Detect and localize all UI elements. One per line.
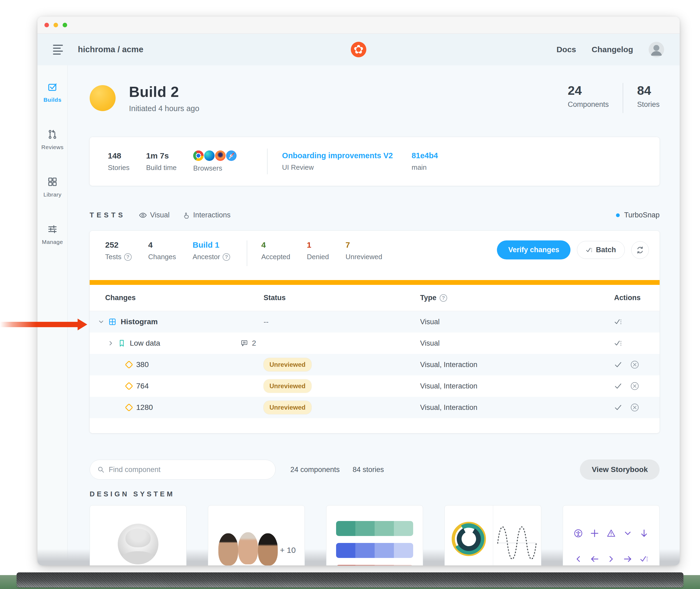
status-badge: Unreviewed <box>264 358 312 371</box>
batch-check-icon <box>586 246 593 253</box>
components-count: 24 Components <box>568 83 609 109</box>
chromatic-logo-icon[interactable] <box>351 42 366 57</box>
portrait-photo <box>118 524 158 564</box>
search-input[interactable] <box>109 465 268 474</box>
build-header: Build 2 Initiated 4 hours ago 24 Compone… <box>90 83 660 113</box>
accept-icon[interactable] <box>614 382 622 390</box>
viewport-diamond-icon <box>125 403 133 411</box>
chevron-right-icon <box>607 555 616 564</box>
review-link[interactable]: Onboarding improvements V2 <box>282 151 393 160</box>
ancestor-build-link[interactable]: Build 1 <box>193 240 231 249</box>
stories-count-text: 84 stories <box>353 465 384 474</box>
sidebar-item-reviews[interactable]: Reviews <box>41 129 64 151</box>
type-text: Visual, Interaction <box>420 403 477 411</box>
table-row-low-data[interactable]: Low data 2 Visual <box>90 333 660 354</box>
user-avatar[interactable] <box>649 42 664 57</box>
build-subtitle: Initiated 4 hours ago <box>129 104 199 113</box>
table-row-histogram[interactable]: Histogram -- Visual <box>90 311 660 333</box>
commit-link-group: 81e4b4 main <box>411 151 438 172</box>
deny-icon[interactable] <box>630 382 639 391</box>
interactions-toggle[interactable]: Interactions <box>183 211 231 219</box>
chevron-down-icon <box>623 529 632 538</box>
changelog-link[interactable]: Changelog <box>592 45 633 54</box>
row-label: 1280 <box>136 403 153 412</box>
verify-changes-button[interactable]: Verify changes <box>497 240 571 259</box>
summary-build-time: 1m 7s Build time <box>146 151 177 172</box>
teal-swatch-row <box>336 521 413 536</box>
divider <box>267 149 268 174</box>
chevron-right-icon[interactable] <box>107 340 114 347</box>
help-icon[interactable]: ? <box>124 253 132 261</box>
deny-icon[interactable] <box>630 360 639 369</box>
comment-count[interactable]: 2 <box>241 339 256 348</box>
component-card-people[interactable]: + 10 <box>208 505 305 565</box>
table-row-1280[interactable]: 1280 Unreviewed Visual, Interaction <box>90 397 660 418</box>
summary-browsers: Browsers <box>193 151 237 172</box>
tests-toolbar: TESTS Visual Interactions TurboSnap <box>90 211 660 219</box>
component-card-avatar[interactable] <box>90 505 187 565</box>
chevron-down-icon[interactable] <box>98 318 105 325</box>
docs-link[interactable]: Docs <box>557 45 576 54</box>
build-summary-card: 148 Stories 1m 7s Build time Browsers On… <box>90 137 660 186</box>
component-card-icons[interactable] <box>563 505 660 565</box>
row-label: 764 <box>136 382 149 390</box>
person-photo <box>238 532 258 564</box>
turbosnap-indicator[interactable]: TurboSnap <box>616 211 660 219</box>
help-icon[interactable]: ? <box>223 253 230 261</box>
changes-table: Changes Status Type? Actions Histogram <box>90 285 660 418</box>
component-card-charts[interactable] <box>444 505 541 565</box>
sidebar-item-label: Manage <box>42 239 63 245</box>
color-swatch <box>394 565 413 565</box>
sidebar-item-library[interactable]: Library <box>43 177 61 198</box>
component-card-swatches[interactable] <box>326 505 423 565</box>
zoom-window-button[interactable] <box>63 23 67 27</box>
accept-icon[interactable] <box>614 403 622 411</box>
search-field[interactable] <box>90 460 276 479</box>
tests-heading: TESTS <box>90 211 125 219</box>
more-people-count: + 10 <box>280 546 296 555</box>
build-progress-bar <box>90 280 660 285</box>
viewport-diamond-icon <box>125 382 133 390</box>
batch-accept-icon[interactable] <box>614 318 622 326</box>
table-header-row: Changes Status Type? Actions <box>90 285 660 311</box>
table-row-380[interactable]: 380 Unreviewed Visual, Interaction <box>90 354 660 375</box>
refresh-button[interactable] <box>631 241 649 259</box>
edge-browser-icon <box>204 151 215 161</box>
warning-triangle-icon <box>607 529 616 538</box>
app-header: hichroma / acme Docs Changelog <box>37 34 680 65</box>
visual-toggle[interactable]: Visual <box>139 211 169 219</box>
sidebar-item-manage[interactable]: Manage <box>42 224 63 245</box>
color-swatch <box>355 521 375 536</box>
batch-check-icon <box>640 555 649 564</box>
divider <box>247 240 247 266</box>
color-swatch <box>375 521 394 536</box>
turbosnap-dot-icon <box>616 213 620 217</box>
minimize-window-button[interactable] <box>53 23 58 27</box>
stat-denied: 1 Denied <box>307 240 329 261</box>
table-row-764[interactable]: 764 Unreviewed Visual, Interaction <box>90 375 660 397</box>
donut-chart <box>445 506 493 565</box>
stat-tests: 252 Tests? <box>105 240 132 261</box>
column-header-status: Status <box>264 294 420 302</box>
deny-icon[interactable] <box>630 403 639 412</box>
accept-icon[interactable] <box>614 361 622 369</box>
menu-icon[interactable] <box>53 45 63 55</box>
view-storybook-button[interactable]: View Storybook <box>580 459 660 480</box>
stat-changes: 4 Changes <box>148 240 176 261</box>
batch-button[interactable]: Batch <box>577 241 625 259</box>
help-icon[interactable]: ? <box>440 294 447 302</box>
chevron-left-icon <box>574 555 583 564</box>
search-icon <box>97 466 104 473</box>
batch-accept-icon[interactable] <box>614 339 622 347</box>
column-header-actions: Actions <box>614 294 660 302</box>
close-window-button[interactable] <box>44 23 49 27</box>
sidebar-item-builds[interactable]: Builds <box>43 82 61 103</box>
breadcrumb[interactable]: hichroma / acme <box>78 45 143 54</box>
viewport-diamond-icon <box>125 360 133 369</box>
ui-review-link-group: Onboarding improvements V2 UI Review <box>282 151 393 172</box>
row-label: Low data <box>130 339 160 348</box>
commit-link[interactable]: 81e4b4 <box>411 151 438 160</box>
story-bookmark-icon <box>118 340 125 347</box>
window-titlebar <box>37 17 680 34</box>
row-label: 380 <box>136 360 149 369</box>
